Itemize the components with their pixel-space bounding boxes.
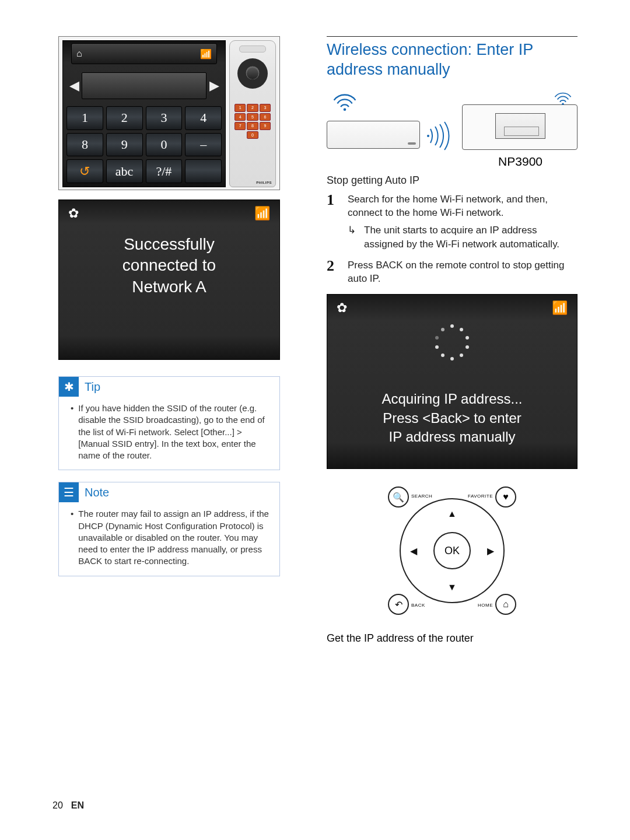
ok-button: OK bbox=[433, 532, 471, 569]
right-arrow-icon: ▶ bbox=[487, 545, 494, 556]
step-number: 1 bbox=[327, 192, 340, 251]
step-2-pre: Press bbox=[348, 260, 376, 271]
svg-point-2 bbox=[562, 103, 564, 104]
text-field bbox=[82, 72, 206, 99]
key-symbol: ?/# bbox=[146, 159, 183, 183]
signal-icon: 📶 bbox=[254, 206, 270, 221]
up-arrow-icon: ▲ bbox=[447, 509, 457, 519]
svg-point-11 bbox=[435, 336, 439, 340]
tip-text: If you have hidden the SSID of the route… bbox=[71, 402, 270, 461]
rkey-8: 8 bbox=[247, 122, 258, 130]
search-label: SEARCH bbox=[411, 494, 432, 499]
section-title: Wireless connection: Enter IP address ma… bbox=[327, 40, 578, 80]
success-message: Successfully connected to Network A bbox=[59, 234, 279, 298]
svg-point-4 bbox=[460, 328, 463, 331]
wifi-icon bbox=[553, 88, 573, 108]
remote-control: 1 2 3 4 5 6 7 8 9 0 PHILIPS bbox=[229, 40, 276, 187]
gear-icon: ✿ bbox=[337, 300, 347, 316]
key-undo: ↺ bbox=[66, 159, 103, 183]
router-icon bbox=[327, 121, 420, 149]
acq-line2: Press <Back> to enter bbox=[327, 409, 577, 428]
home-button: ⌂ bbox=[495, 594, 516, 615]
get-ip-heading: Get the IP address of the router bbox=[327, 632, 578, 645]
key-1: 1 bbox=[66, 106, 103, 130]
svg-point-12 bbox=[441, 328, 444, 331]
key-9: 9 bbox=[106, 133, 143, 157]
rkey-0: 0 bbox=[247, 131, 258, 139]
tip-label: Tip bbox=[85, 380, 100, 394]
svg-point-5 bbox=[466, 336, 469, 340]
note-label: Note bbox=[85, 486, 109, 499]
acquiring-ip-screen: ✿ 📶 Acquiring IP address... Press <Back>… bbox=[327, 294, 578, 469]
svg-point-6 bbox=[466, 345, 469, 349]
signal-icon: 📶 bbox=[200, 48, 212, 60]
svg-point-9 bbox=[441, 354, 444, 357]
home-label: HOME bbox=[478, 603, 493, 608]
remote-dpad bbox=[237, 58, 268, 89]
key-3: 3 bbox=[146, 106, 183, 130]
section-rule bbox=[327, 36, 578, 37]
rkey-6: 6 bbox=[260, 113, 271, 121]
screen-topbar: ⌂ 📶 bbox=[71, 43, 217, 64]
left-arrow-icon: ◀ bbox=[410, 545, 417, 556]
note-text: The router may fail to assign an IP addr… bbox=[71, 508, 270, 567]
step-number: 2 bbox=[327, 258, 340, 286]
tip-bold2: [Manual SSID entry] bbox=[78, 439, 156, 449]
remote-brand: PHILIPS bbox=[256, 181, 272, 184]
steps-list: 1 Search for the home Wi-Fi network, and… bbox=[327, 192, 578, 286]
language-code: EN bbox=[71, 800, 84, 811]
success-line3: Network A bbox=[59, 276, 279, 298]
manual-page: ⌂ 📶 ◀ ▶ 1 2 3 4 8 9 0 – ↺ bbox=[0, 0, 630, 680]
acq-line1: Acquiring IP address... bbox=[327, 390, 577, 408]
step-1-result: ↳ The unit starts to acquire an IP addre… bbox=[348, 223, 578, 251]
favorite-label: FAVORITE bbox=[468, 494, 493, 499]
step-1-text: Search for the home Wi-Fi network, and t… bbox=[348, 194, 548, 219]
search-button: 🔍 bbox=[388, 487, 409, 508]
text-entry-row: ◀ ▶ bbox=[66, 69, 222, 103]
tip-mid: > bbox=[235, 427, 242, 437]
acq-line3: IP address manually bbox=[327, 428, 577, 446]
tip-box: ✱ Tip If you have hidden the SSID of the… bbox=[58, 376, 280, 470]
note-box: ☰ Note The router may fail to assign an … bbox=[58, 482, 280, 576]
key-dash: – bbox=[185, 133, 222, 157]
left-arrow-icon: ◀ bbox=[69, 78, 79, 93]
step-2: 2 Press BACK on the remote control to st… bbox=[327, 258, 578, 286]
rkey-4: 4 bbox=[235, 113, 246, 121]
device-display bbox=[495, 113, 545, 139]
key-blank bbox=[185, 159, 222, 183]
note-bold1: BACK bbox=[78, 556, 102, 566]
spinner-icon bbox=[431, 321, 473, 363]
svg-point-3 bbox=[450, 324, 454, 328]
step-1: 1 Search for the home Wi-Fi network, and… bbox=[327, 192, 578, 251]
right-arrow-icon: ▶ bbox=[209, 78, 219, 93]
note-post: to start re-connecting. bbox=[102, 556, 189, 566]
page-footer: 20 EN bbox=[52, 800, 84, 811]
home-icon: ⌂ bbox=[76, 48, 82, 59]
device-screen: ⌂ 📶 ◀ ▶ 1 2 3 4 8 9 0 – ↺ bbox=[62, 40, 226, 187]
signal-waves-icon bbox=[426, 121, 463, 151]
note-icon: ☰ bbox=[59, 482, 79, 502]
right-column: Wireless connection: Enter IP address ma… bbox=[327, 36, 578, 645]
left-column: ⌂ 📶 ◀ ▶ 1 2 3 4 8 9 0 – ↺ bbox=[52, 36, 299, 645]
wifi-icon bbox=[331, 88, 358, 115]
acquiring-message: Acquiring IP address... Press <Back> to … bbox=[327, 390, 577, 446]
connection-illustration: NP3900 bbox=[327, 88, 578, 164]
rkey-7: 7 bbox=[235, 122, 246, 130]
gear-icon: ✿ bbox=[68, 206, 79, 221]
svg-point-8 bbox=[450, 357, 454, 360]
keypad-grid: 1 2 3 4 8 9 0 – ↺ abc ?/# bbox=[66, 106, 222, 183]
remote-nav-illustration: OK ▲ ▼ ◀ ▶ 🔍 SEARCH ♥ FAVORITE ↶ BACK ⌂ … bbox=[388, 487, 516, 615]
remote-numpad: 1 2 3 4 5 6 7 8 9 0 bbox=[235, 104, 271, 139]
step-2-bold: BACK bbox=[376, 260, 402, 271]
success-line1: Successfully bbox=[59, 234, 279, 255]
key-0: 0 bbox=[146, 133, 183, 157]
rkey-3: 3 bbox=[260, 104, 271, 112]
svg-point-10 bbox=[435, 345, 439, 349]
key-8: 8 bbox=[66, 133, 103, 157]
note-pre: The router may fail to assign an IP addr… bbox=[78, 509, 269, 554]
back-button: ↶ bbox=[388, 594, 409, 615]
rkey-9: 9 bbox=[260, 122, 271, 130]
signal-icon: 📶 bbox=[552, 300, 568, 316]
tip-bold1: [Other...] bbox=[201, 427, 235, 437]
svg-point-1 bbox=[427, 135, 429, 137]
